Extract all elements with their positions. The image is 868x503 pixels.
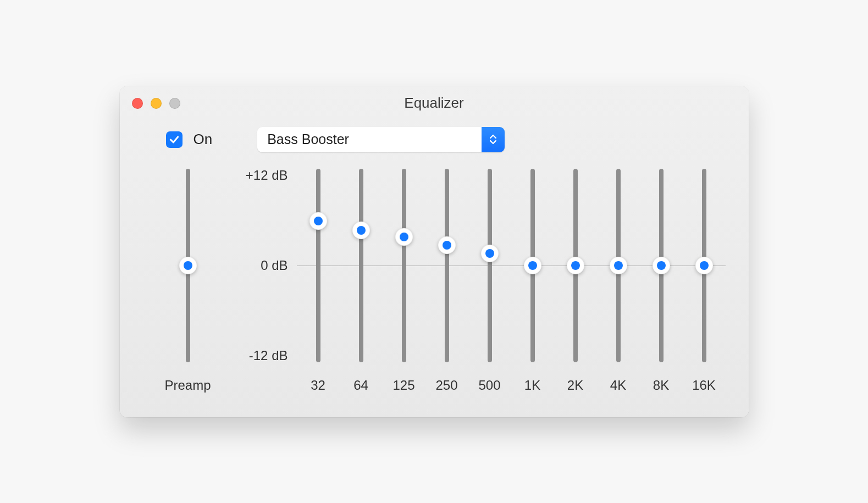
checkmark-icon (169, 134, 180, 145)
band-slider-track[interactable] (530, 169, 535, 362)
freq-label: 8K (640, 378, 683, 393)
freq-label: 32 (297, 378, 340, 393)
band-slider-track[interactable] (702, 169, 706, 362)
band-2k (554, 165, 597, 362)
freq-label: 500 (468, 378, 511, 393)
band-slider-track[interactable] (445, 169, 449, 362)
band-125 (383, 165, 425, 362)
band-slider-track[interactable] (316, 169, 320, 362)
equalizer-area: +12 dB 0 dB -12 dB (120, 165, 749, 362)
preamp-slider-knob[interactable] (179, 257, 197, 274)
freq-label: 125 (383, 378, 425, 393)
freq-label: 64 (340, 378, 383, 393)
band-slider-knob[interactable] (524, 257, 541, 274)
minimize-window-button[interactable] (151, 98, 162, 109)
preset-select[interactable]: Bass Booster (257, 127, 505, 152)
band-slider-knob[interactable] (567, 257, 584, 274)
on-checkbox[interactable] (166, 131, 183, 148)
band-slider-track[interactable] (402, 169, 406, 362)
labels-row: Preamp 32 64 125 250 500 1K 2K 4K 8K 16K (120, 362, 749, 393)
preamp-label: Preamp (155, 378, 221, 393)
close-window-button[interactable] (132, 98, 143, 109)
band-slider-knob[interactable] (352, 222, 370, 239)
band-grid (297, 165, 726, 362)
preamp-slider-track[interactable] (186, 169, 190, 362)
preset-stepper-button[interactable] (482, 127, 505, 152)
band-500 (468, 165, 511, 362)
band-slider-knob[interactable] (481, 245, 499, 262)
band-slider-knob[interactable] (309, 212, 327, 230)
freq-label: 1K (511, 378, 554, 393)
band-slider-track[interactable] (573, 169, 578, 362)
db-mid-label: 0 dB (261, 259, 288, 272)
window-title: Equalizer (120, 95, 749, 112)
preset-selected-value: Bass Booster (257, 127, 482, 152)
db-min-label: -12 dB (249, 349, 288, 362)
band-slider-track[interactable] (359, 169, 363, 362)
band-1k (511, 165, 554, 362)
maximize-window-button[interactable] (169, 98, 180, 109)
freq-label: 16K (683, 378, 726, 393)
equalizer-window: Equalizer On Bass Booster +12 dB 0 dB (120, 86, 749, 417)
band-slider-track[interactable] (488, 169, 492, 362)
band-32 (297, 165, 340, 362)
band-slider-track[interactable] (659, 169, 664, 362)
band-250 (425, 165, 468, 362)
band-slider-track[interactable] (616, 169, 621, 362)
freq-label: 250 (425, 378, 468, 393)
freq-label: 2K (554, 378, 597, 393)
band-slider-knob[interactable] (695, 257, 713, 274)
band-slider-knob[interactable] (610, 257, 627, 274)
preamp-column (155, 165, 221, 362)
freq-label: 4K (597, 378, 640, 393)
on-label: On (193, 131, 213, 148)
titlebar: Equalizer (120, 86, 749, 120)
db-max-label: +12 dB (246, 169, 288, 182)
band-4k (597, 165, 640, 362)
band-frequency-labels: 32 64 125 250 500 1K 2K 4K 8K 16K (297, 362, 726, 393)
band-slider-knob[interactable] (395, 228, 413, 246)
db-scale-labels: +12 dB 0 dB -12 dB (221, 169, 297, 362)
chevron-down-icon (489, 140, 497, 145)
band-slider-knob[interactable] (653, 257, 670, 274)
band-16k (683, 165, 726, 362)
chevron-up-icon (489, 134, 497, 139)
traffic-lights (132, 98, 180, 109)
band-slider-knob[interactable] (438, 236, 456, 254)
band-8k (640, 165, 683, 362)
band-64 (340, 165, 383, 362)
controls-row: On Bass Booster (120, 120, 749, 165)
